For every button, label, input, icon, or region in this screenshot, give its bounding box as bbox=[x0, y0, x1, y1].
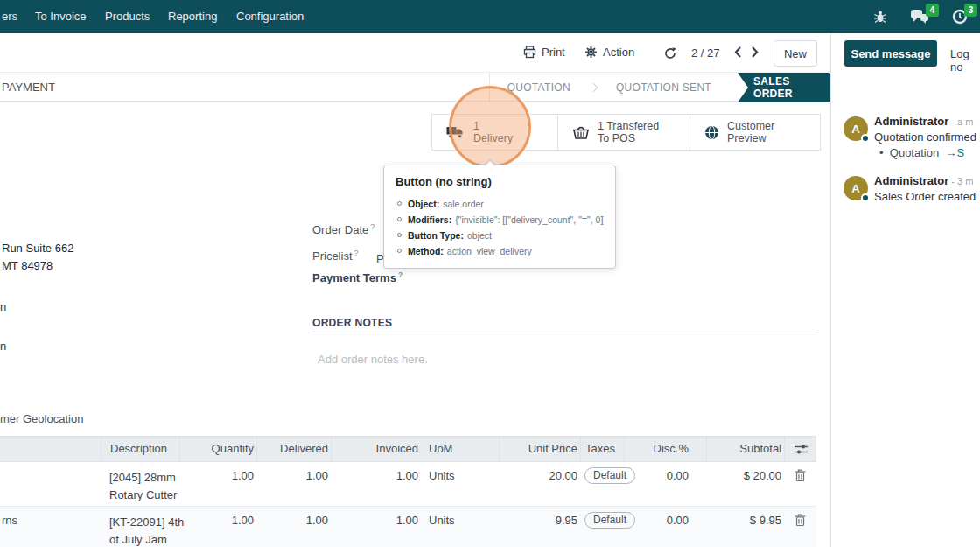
discount-cell[interactable]: 0.00 bbox=[624, 462, 689, 506]
unit-price-cell[interactable]: 20.00 bbox=[499, 462, 578, 506]
help-icon: ? bbox=[370, 222, 374, 231]
customer-preview-smart-button[interactable]: CustomerPreview bbox=[690, 115, 820, 150]
tooltip-row-button-type: Button Type: object bbox=[396, 228, 604, 243]
delivered-cell[interactable]: 1.00 bbox=[256, 462, 328, 506]
order-notes-header: ORDER NOTES bbox=[312, 317, 392, 329]
register-payment-button[interactable]: PAYMENT bbox=[2, 73, 55, 102]
next-record-icon[interactable] bbox=[751, 46, 760, 59]
address-line-1: Run Suite 662 bbox=[2, 242, 74, 255]
send-message-button[interactable]: Send message bbox=[844, 40, 937, 67]
clipped-text-fragment: n bbox=[0, 340, 6, 353]
globe-icon bbox=[704, 125, 719, 140]
message-body: Quotation confirmed bbox=[874, 130, 976, 144]
nav-reporting[interactable]: Reporting bbox=[168, 0, 217, 33]
basket-icon bbox=[572, 125, 590, 140]
clipped-text-fragment: n bbox=[0, 300, 6, 313]
optional-columns-icon[interactable] bbox=[784, 437, 816, 461]
tooltip-row-object: Object: sale.order bbox=[396, 196, 604, 212]
refresh-icon[interactable] bbox=[663, 46, 677, 60]
order-line-row: rns [KT-22091] 4th of July Jam 1.00 1.00… bbox=[0, 506, 816, 547]
address-line-2: MT 84978 bbox=[2, 259, 52, 272]
help-icon: ? bbox=[354, 249, 359, 257]
status-step-quotation-sent[interactable]: QUOTATION SENT bbox=[598, 81, 729, 94]
tooltip-title: Button (no string) bbox=[396, 175, 604, 188]
debug-bug-icon[interactable] bbox=[873, 10, 887, 24]
debug-tooltip: Button (no string) Object: sale.order Mo… bbox=[383, 165, 616, 269]
messages-badge: 4 bbox=[926, 4, 939, 17]
message-header: Administrator- a m bbox=[874, 115, 973, 128]
discount-cell[interactable]: 0.00 bbox=[624, 507, 689, 547]
prev-record-icon[interactable] bbox=[733, 46, 742, 59]
column-discount[interactable]: Disc.% bbox=[624, 437, 689, 461]
column-delivered[interactable]: Delivered bbox=[256, 437, 328, 461]
column-quantity[interactable]: Quantity bbox=[179, 437, 254, 461]
message-body: Sales Order created bbox=[874, 190, 976, 203]
column-product[interactable] bbox=[0, 437, 101, 461]
order-lines-header: Description Quantity Delivered Invoiced … bbox=[0, 436, 816, 462]
uom-cell[interactable]: Units bbox=[422, 507, 474, 547]
column-uom[interactable]: UoM bbox=[422, 437, 474, 461]
nav-orders[interactable]: ers bbox=[2, 0, 18, 33]
delete-line-icon[interactable] bbox=[784, 462, 816, 506]
order-date-label: Order Date? bbox=[312, 222, 374, 236]
avatar: A bbox=[844, 116, 868, 141]
geolocation-button[interactable]: mer Geolocation bbox=[0, 412, 83, 425]
column-subtotal[interactable]: Subtotal bbox=[706, 437, 781, 461]
new-record-button[interactable]: New bbox=[774, 40, 817, 67]
form-statusbar: PAYMENT QUOTATION QUOTATION SENT SALES O… bbox=[0, 72, 830, 102]
tracking-line: • Quotation →S bbox=[879, 146, 964, 159]
column-unit-price[interactable]: Unit Price bbox=[499, 437, 578, 461]
click-highlight-circle bbox=[449, 86, 531, 168]
nav-to-invoice[interactable]: To Invoice bbox=[35, 0, 87, 33]
tooltip-row-modifiers: Modifiers: {"invisible": [["delivery_cou… bbox=[396, 212, 604, 228]
column-spacer bbox=[331, 437, 350, 461]
print-button[interactable]: Print bbox=[523, 46, 565, 59]
help-icon: ? bbox=[398, 270, 403, 279]
action-menu-button[interactable]: Action bbox=[584, 46, 634, 59]
quantity-cell[interactable]: 1.00 bbox=[179, 462, 254, 506]
nav-products[interactable]: Products bbox=[105, 0, 150, 33]
top-navbar: ers To Invoice Products Reporting Config… bbox=[0, 0, 980, 33]
invoiced-cell[interactable]: 1.00 bbox=[350, 507, 418, 547]
circle-bullet-icon bbox=[397, 217, 402, 221]
pos-transfer-smart-button[interactable]: 1 TransferedTo POS bbox=[558, 115, 690, 150]
invoiced-cell[interactable]: 1.00 bbox=[350, 462, 418, 506]
avatar: A bbox=[844, 176, 868, 200]
record-pager[interactable]: 2 / 27 bbox=[691, 46, 720, 60]
order-notes-input[interactable]: Add order notes here. bbox=[318, 353, 428, 366]
activities-badge: 3 bbox=[964, 4, 977, 17]
gear-icon bbox=[584, 46, 598, 59]
topbar-icons: 4 3 bbox=[873, 0, 968, 33]
status-dot bbox=[861, 193, 870, 202]
product-cell[interactable]: rns bbox=[0, 507, 101, 547]
subtotal-cell: $ 9.95 bbox=[706, 507, 781, 547]
printer-icon bbox=[523, 46, 536, 59]
circle-bullet-icon bbox=[397, 201, 402, 206]
product-cell[interactable] bbox=[0, 462, 101, 506]
circle-bullet-icon bbox=[397, 233, 402, 237]
nav-configuration[interactable]: Configuration bbox=[236, 0, 304, 33]
unit-price-cell[interactable]: 9.95 bbox=[499, 507, 578, 547]
activities-clock-icon[interactable]: 3 bbox=[952, 9, 968, 25]
arrow-right-icon: → bbox=[945, 146, 956, 159]
payment-terms-label: Payment Terms? bbox=[312, 270, 402, 284]
tracking-new-value[interactable]: S bbox=[956, 146, 964, 159]
status-step-sales-order[interactable]: SALES ORDER bbox=[738, 73, 830, 102]
quantity-cell[interactable]: 1.00 bbox=[179, 507, 254, 547]
message-header: Administrator- 3 m bbox=[874, 174, 973, 187]
delete-line-icon[interactable] bbox=[784, 507, 816, 547]
status-steps: QUOTATION QUOTATION SENT SALES ORDER bbox=[489, 73, 830, 102]
column-invoiced[interactable]: Invoiced bbox=[350, 437, 418, 461]
tooltip-row-method: Method: action_view_delivery bbox=[396, 243, 604, 259]
log-note-button[interactable]: Log no bbox=[950, 47, 980, 74]
order-line-row: [2045] 28mm Rotary Cutter 1.00 1.00 1.00… bbox=[0, 462, 816, 506]
odoo-sales-order-screen: ers To Invoice Products Reporting Config… bbox=[0, 0, 980, 547]
delivered-cell[interactable]: 1.00 bbox=[256, 507, 328, 547]
pricelist-label: Pricelist? bbox=[312, 249, 359, 263]
chevron-right-icon bbox=[588, 82, 598, 92]
subtotal-cell: $ 20.00 bbox=[706, 462, 781, 506]
uom-cell[interactable]: Units bbox=[422, 462, 474, 506]
status-dot bbox=[861, 134, 870, 143]
messages-icon[interactable]: 4 bbox=[910, 9, 929, 25]
circle-bullet-icon bbox=[397, 249, 402, 253]
